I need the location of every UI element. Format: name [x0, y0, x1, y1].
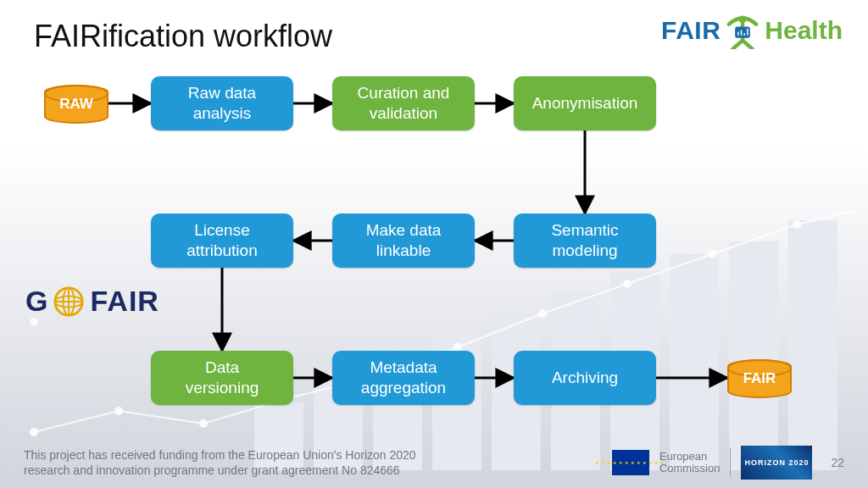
- node-archiving: Archiving: [514, 351, 656, 405]
- footer-badges: European Commission HORIZON 2020 22: [612, 446, 844, 480]
- node-versioning: Dataversioning: [151, 351, 293, 405]
- acknowledgement-text: This project has received funding from t…: [24, 447, 465, 478]
- node-metadata: Metadataaggregation: [332, 351, 475, 405]
- eu-flag-icon: [612, 450, 649, 475]
- node-semantic: Semanticmodeling: [514, 214, 656, 268]
- divider: [730, 448, 731, 477]
- ec-label: European Commission: [659, 451, 721, 475]
- node-license: Licenseattribution: [151, 214, 293, 268]
- node-raw-analysis: Raw dataanalysis: [151, 76, 293, 130]
- node-anonymisation: Anonymisation: [514, 76, 656, 130]
- page-number: 22: [831, 456, 844, 469]
- fair-cylinder: FAIR: [727, 359, 792, 398]
- fair-label: FAIR: [743, 370, 776, 387]
- footer: This project has received funding from t…: [0, 446, 868, 480]
- raw-cylinder: RAW: [44, 85, 108, 124]
- horizon2020-badge: HORIZON 2020: [741, 446, 812, 480]
- workflow-diagram: RAW FAIR Raw dataanalysis Curation andva…: [0, 0, 868, 488]
- raw-label: RAW: [59, 96, 93, 113]
- node-curation: Curation andvalidation: [332, 76, 475, 130]
- node-linkable: Make datalinkable: [332, 214, 475, 268]
